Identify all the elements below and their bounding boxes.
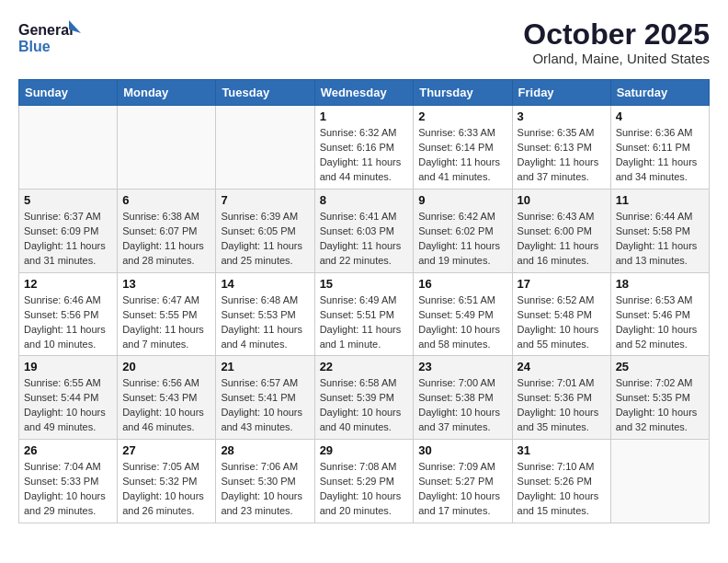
logo: GeneralBlue [18, 18, 83, 59]
day-info: Sunrise: 6:38 AM Sunset: 6:07 PM Dayligh… [122, 210, 210, 269]
table-row [118, 106, 216, 190]
day-info: Sunrise: 6:51 AM Sunset: 5:49 PM Dayligh… [418, 293, 506, 352]
day-info: Sunrise: 6:47 AM Sunset: 5:55 PM Dayligh… [122, 293, 210, 352]
table-row: 8Sunrise: 6:41 AM Sunset: 6:03 PM Daylig… [314, 189, 414, 272]
calendar-header-row: Sunday Monday Tuesday Wednesday Thursday… [19, 80, 710, 106]
table-row: 28Sunrise: 7:06 AM Sunset: 5:30 PM Dayli… [216, 440, 314, 523]
col-tuesday: Tuesday [216, 80, 314, 106]
day-info: Sunrise: 6:46 AM Sunset: 5:56 PM Dayligh… [24, 293, 112, 352]
day-number: 8 [320, 193, 409, 207]
day-info: Sunrise: 6:43 AM Sunset: 6:00 PM Dayligh… [518, 210, 606, 269]
logo-icon: GeneralBlue [18, 18, 83, 59]
day-number: 25 [616, 360, 704, 373]
day-info: Sunrise: 6:35 AM Sunset: 6:13 PM Dayligh… [518, 126, 606, 185]
location: Orland, Maine, United States [523, 51, 710, 66]
day-number: 9 [418, 193, 506, 207]
month-title: October 2025 [523, 18, 710, 51]
day-number: 18 [616, 277, 704, 291]
table-row: 2Sunrise: 6:33 AM Sunset: 6:14 PM Daylig… [414, 106, 512, 190]
table-row: 5Sunrise: 6:37 AM Sunset: 6:09 PM Daylig… [19, 189, 118, 272]
day-number: 12 [24, 277, 112, 291]
table-row: 16Sunrise: 6:51 AM Sunset: 5:49 PM Dayli… [414, 272, 512, 356]
table-row: 4Sunrise: 6:36 AM Sunset: 6:11 PM Daylig… [610, 106, 709, 190]
table-row: 25Sunrise: 7:02 AM Sunset: 5:35 PM Dayli… [610, 356, 709, 440]
col-saturday: Saturday [610, 80, 709, 106]
table-row: 11Sunrise: 6:44 AM Sunset: 5:58 PM Dayli… [610, 189, 709, 272]
table-row: 22Sunrise: 6:58 AM Sunset: 5:39 PM Dayli… [314, 356, 414, 440]
day-number: 22 [320, 360, 409, 373]
day-number: 16 [418, 277, 506, 291]
day-info: Sunrise: 7:08 AM Sunset: 5:29 PM Dayligh… [320, 460, 409, 519]
page-header: GeneralBlue October 2025 Orland, Maine, … [18, 18, 710, 66]
day-info: Sunrise: 6:37 AM Sunset: 6:09 PM Dayligh… [24, 210, 112, 269]
day-number: 15 [320, 277, 409, 291]
day-info: Sunrise: 6:36 AM Sunset: 6:11 PM Dayligh… [616, 126, 704, 185]
day-number: 19 [24, 360, 112, 373]
day-info: Sunrise: 7:01 AM Sunset: 5:36 PM Dayligh… [518, 376, 606, 435]
table-row: 1Sunrise: 6:32 AM Sunset: 6:16 PM Daylig… [314, 106, 414, 190]
day-number: 4 [616, 109, 704, 123]
day-info: Sunrise: 6:53 AM Sunset: 5:46 PM Dayligh… [616, 293, 704, 352]
day-number: 29 [320, 443, 409, 457]
col-friday: Friday [512, 80, 610, 106]
day-info: Sunrise: 6:39 AM Sunset: 6:05 PM Dayligh… [221, 210, 309, 269]
day-info: Sunrise: 6:57 AM Sunset: 5:41 PM Dayligh… [221, 376, 309, 435]
day-info: Sunrise: 6:44 AM Sunset: 5:58 PM Dayligh… [616, 210, 704, 269]
day-info: Sunrise: 7:00 AM Sunset: 5:38 PM Dayligh… [418, 376, 506, 435]
table-row: 24Sunrise: 7:01 AM Sunset: 5:36 PM Dayli… [512, 356, 610, 440]
day-info: Sunrise: 6:32 AM Sunset: 6:16 PM Dayligh… [320, 126, 409, 185]
day-info: Sunrise: 7:04 AM Sunset: 5:33 PM Dayligh… [24, 460, 112, 519]
day-number: 23 [418, 360, 506, 373]
day-number: 14 [221, 277, 309, 291]
day-number: 2 [418, 109, 506, 123]
day-number: 30 [418, 443, 506, 457]
svg-text:Blue: Blue [18, 39, 51, 54]
table-row: 14Sunrise: 6:48 AM Sunset: 5:53 PM Dayli… [216, 272, 314, 356]
table-row: 27Sunrise: 7:05 AM Sunset: 5:32 PM Dayli… [118, 440, 216, 523]
col-thursday: Thursday [414, 80, 512, 106]
table-row: 12Sunrise: 6:46 AM Sunset: 5:56 PM Dayli… [19, 272, 118, 356]
table-row: 13Sunrise: 6:47 AM Sunset: 5:55 PM Dayli… [118, 272, 216, 356]
day-number: 26 [24, 443, 112, 457]
day-number: 28 [221, 443, 309, 457]
day-info: Sunrise: 7:02 AM Sunset: 5:35 PM Dayligh… [616, 376, 704, 435]
calendar-table: Sunday Monday Tuesday Wednesday Thursday… [18, 79, 710, 523]
day-info: Sunrise: 6:58 AM Sunset: 5:39 PM Dayligh… [320, 376, 409, 435]
table-row: 23Sunrise: 7:00 AM Sunset: 5:38 PM Dayli… [414, 356, 512, 440]
day-info: Sunrise: 6:49 AM Sunset: 5:51 PM Dayligh… [320, 293, 409, 352]
table-row [216, 106, 314, 190]
day-info: Sunrise: 7:05 AM Sunset: 5:32 PM Dayligh… [122, 460, 210, 519]
svg-text:General: General [18, 22, 74, 38]
day-number: 13 [122, 277, 210, 291]
col-monday: Monday [118, 80, 216, 106]
col-wednesday: Wednesday [314, 80, 414, 106]
day-number: 10 [518, 193, 606, 207]
day-number: 20 [122, 360, 210, 373]
table-row: 31Sunrise: 7:10 AM Sunset: 5:26 PM Dayli… [512, 440, 610, 523]
table-row: 6Sunrise: 6:38 AM Sunset: 6:07 PM Daylig… [118, 189, 216, 272]
table-row: 19Sunrise: 6:55 AM Sunset: 5:44 PM Dayli… [19, 356, 118, 440]
table-row: 10Sunrise: 6:43 AM Sunset: 6:00 PM Dayli… [512, 189, 610, 272]
day-number: 11 [616, 193, 704, 207]
day-info: Sunrise: 6:56 AM Sunset: 5:43 PM Dayligh… [122, 376, 210, 435]
day-info: Sunrise: 6:48 AM Sunset: 5:53 PM Dayligh… [221, 293, 309, 352]
col-sunday: Sunday [19, 80, 118, 106]
day-info: Sunrise: 7:10 AM Sunset: 5:26 PM Dayligh… [518, 460, 606, 519]
table-row: 15Sunrise: 6:49 AM Sunset: 5:51 PM Dayli… [314, 272, 414, 356]
day-number: 31 [518, 443, 606, 457]
day-number: 17 [518, 277, 606, 291]
day-info: Sunrise: 6:42 AM Sunset: 6:02 PM Dayligh… [418, 210, 506, 269]
table-row: 29Sunrise: 7:08 AM Sunset: 5:29 PM Dayli… [314, 440, 414, 523]
day-number: 21 [221, 360, 309, 373]
table-row: 7Sunrise: 6:39 AM Sunset: 6:05 PM Daylig… [216, 189, 314, 272]
day-number: 6 [122, 193, 210, 207]
day-number: 5 [24, 193, 112, 207]
day-number: 24 [518, 360, 606, 373]
table-row: 18Sunrise: 6:53 AM Sunset: 5:46 PM Dayli… [610, 272, 709, 356]
table-row: 3Sunrise: 6:35 AM Sunset: 6:13 PM Daylig… [512, 106, 610, 190]
day-number: 7 [221, 193, 309, 207]
table-row: 20Sunrise: 6:56 AM Sunset: 5:43 PM Dayli… [118, 356, 216, 440]
day-number: 27 [122, 443, 210, 457]
table-row: 21Sunrise: 6:57 AM Sunset: 5:41 PM Dayli… [216, 356, 314, 440]
title-block: October 2025 Orland, Maine, United State… [523, 18, 710, 66]
